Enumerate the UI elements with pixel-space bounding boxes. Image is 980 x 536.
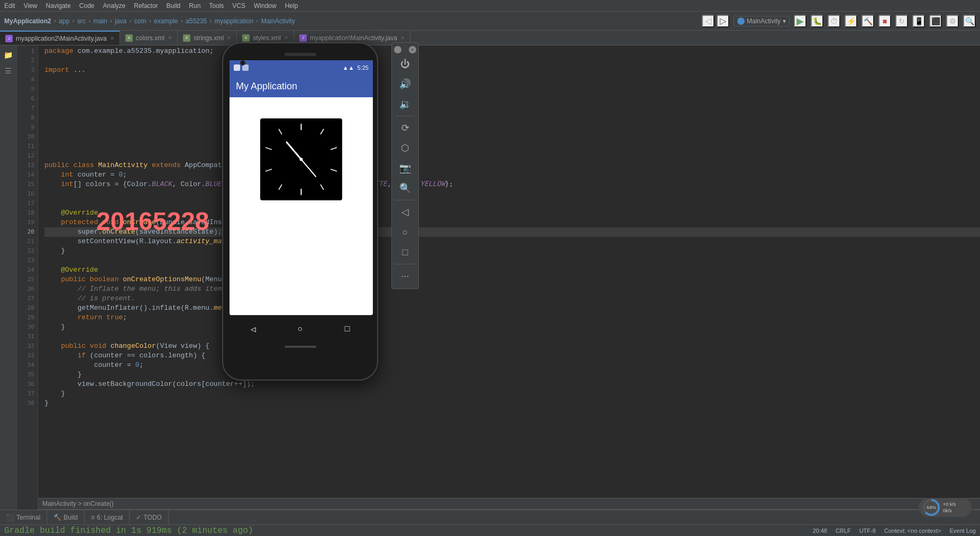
emulator-power-button[interactable]: ⏻ <box>396 54 415 73</box>
code-line-23 <box>44 256 980 265</box>
menu-build[interactable]: Build <box>167 2 181 10</box>
svg-line-10 <box>287 142 301 160</box>
stop-button[interactable]: ■ <box>878 15 891 27</box>
emulator-volume-down-button[interactable]: 🔉 <box>396 95 415 114</box>
emulator-close-button[interactable]: ✕ <box>409 46 416 53</box>
phone-time: 5:25 <box>358 64 369 71</box>
code-line-9 <box>44 123 980 132</box>
breadcrumb: MyApplication2 › app › src › main › java… <box>4 12 698 30</box>
phone-status-icons-left <box>234 64 249 71</box>
emulator-overview-button[interactable]: □ <box>396 243 415 262</box>
todo-tab[interactable]: ✓ TODO <box>130 510 168 524</box>
tab-close-1[interactable]: ✕ <box>110 35 114 41</box>
emulator-minimize-button[interactable] <box>394 46 401 53</box>
breadcrumb-mainactivity[interactable]: MainActivity <box>261 17 295 25</box>
menu-refactor[interactable]: Refactor <box>134 2 158 10</box>
breadcrumb-a55235[interactable]: a55235 <box>186 17 207 25</box>
code-line-6 <box>44 94 980 104</box>
event-log-button[interactable]: Event Log <box>949 528 976 534</box>
sdk-button[interactable]: ⬛ <box>929 15 942 27</box>
menu-vcs[interactable]: VCS <box>232 2 245 10</box>
menu-code[interactable]: Code <box>79 2 95 10</box>
tab-label: myapplication2\MainActivity.java <box>16 35 107 42</box>
breadcrumb-java[interactable]: java <box>115 17 126 25</box>
breadcrumb-project[interactable]: MyApplication2 <box>4 17 51 25</box>
tab-close-3[interactable]: ✕ <box>227 35 231 41</box>
build-tab[interactable]: 🔨 Build <box>47 510 85 524</box>
recents-nav-button[interactable]: □ <box>340 322 355 337</box>
logcat-tab[interactable]: ≡ 6: Logcat <box>85 510 130 524</box>
breadcrumb-src[interactable]: src <box>77 17 86 25</box>
emulator-more-button[interactable]: ··· <box>396 266 415 285</box>
tab-close-4[interactable]: ✕ <box>284 35 288 41</box>
run-button[interactable]: ▶ <box>794 15 807 27</box>
controls-divider-1 <box>396 116 415 116</box>
emulator-rotate-button[interactable]: ⟳ <box>396 118 415 137</box>
phone-status-right: ▲▲ 5:25 <box>343 64 369 71</box>
navigate-forward-button[interactable]: ▷ <box>717 15 729 27</box>
debug-button[interactable]: 🐛 <box>811 15 823 27</box>
menu-edit[interactable]: Edit <box>4 2 15 10</box>
line-8: 8 <box>17 113 38 123</box>
emulator-zoom-button[interactable]: 🔍 <box>396 179 415 198</box>
line-25: 25 <box>17 275 38 284</box>
structure-icon[interactable]: ☰ <box>1 63 16 78</box>
breadcrumb-example[interactable]: example <box>154 17 178 25</box>
line-4: 4 <box>17 75 38 85</box>
line-12: 12 <box>17 151 38 161</box>
status-charset: UTF-8 <box>859 528 876 534</box>
menu-run[interactable]: Run <box>189 2 200 10</box>
breadcrumb-com[interactable]: com <box>134 17 146 25</box>
home-nav-button[interactable]: ○ <box>293 322 308 337</box>
search-button[interactable]: 🔍 <box>963 15 976 27</box>
android-emulator: ▲▲ 5:25 My Application <box>222 42 378 381</box>
emulator-volume-up-button[interactable]: 🔊 <box>396 75 415 94</box>
code-line-11 <box>44 142 980 151</box>
breadcrumb-main[interactable]: main <box>94 17 107 25</box>
tab-colors[interactable]: X colors.xml ✕ <box>120 31 178 45</box>
menu-view[interactable]: View <box>24 2 38 10</box>
svg-line-11 <box>301 160 316 177</box>
build-icon: 🔨 <box>53 514 61 521</box>
menu-help[interactable]: Help <box>285 2 298 10</box>
svg-line-4 <box>320 184 324 190</box>
menu-navigate[interactable]: Navigate <box>45 2 70 10</box>
emulator-screenshot-button[interactable]: 📷 <box>396 159 415 178</box>
phone-body: ▲▲ 5:25 My Application <box>222 42 378 381</box>
emulator-erase-button[interactable]: ⬡ <box>396 138 415 158</box>
line-30: 30 <box>17 322 38 332</box>
code-line-12 <box>44 151 980 161</box>
tab-label: colors.xml <box>136 34 164 42</box>
settings-button[interactable]: ⚙ <box>946 15 959 27</box>
tab-mainactivity-1[interactable]: J myapplication2\MainActivity.java ✕ <box>0 31 120 45</box>
project-icon[interactable]: 📁 <box>1 48 16 62</box>
upload-stat: +0 k/s <box>943 502 956 507</box>
status-right: 20:48 CRLF UTF-8 Context: <no context> E… <box>812 528 976 534</box>
code-line-22: } <box>44 246 980 256</box>
java-icon-2: J <box>299 34 307 42</box>
code-line-14: int counter = 0; <box>44 170 980 180</box>
menu-window[interactable]: Window <box>254 2 277 10</box>
code-editor[interactable]: package com.example.a55235.myapplication… <box>38 45 980 510</box>
terminal-tab[interactable]: ⬛ Terminal <box>0 510 47 524</box>
emulator-back-button[interactable]: ◁ <box>396 202 415 221</box>
logcat-label: 6: Logcat <box>97 514 123 521</box>
run-config-selector[interactable]: MainActivity ▾ <box>734 16 790 26</box>
breadcrumb-myapplication[interactable]: myapplication <box>215 17 253 25</box>
line-numbers: 1 2 3 4 5 6 7 8 9 10 11 12 13 14 15 16 1… <box>17 45 38 510</box>
tab-close-5[interactable]: ✕ <box>400 35 405 41</box>
menu-tools[interactable]: Tools <box>209 2 224 10</box>
apply-changes-button[interactable]: ⚡ <box>845 15 857 27</box>
tab-close-2[interactable]: ✕ <box>168 35 172 41</box>
back-nav-button[interactable]: ◁ <box>246 322 261 337</box>
svg-line-2 <box>331 147 337 150</box>
profile-button[interactable]: ⏱ <box>828 15 840 27</box>
emulator-home-button[interactable]: ○ <box>396 223 415 242</box>
navigate-back-button[interactable]: ◁ <box>702 15 715 27</box>
breadcrumb-app[interactable]: app <box>59 17 69 25</box>
build-button[interactable]: 🔨 <box>862 15 874 27</box>
avd-button[interactable]: 📱 <box>912 15 925 27</box>
sync-button[interactable]: ↻ <box>895 15 908 27</box>
line-17: 17 <box>17 199 38 208</box>
menu-analyze[interactable]: Analyze <box>103 2 126 10</box>
